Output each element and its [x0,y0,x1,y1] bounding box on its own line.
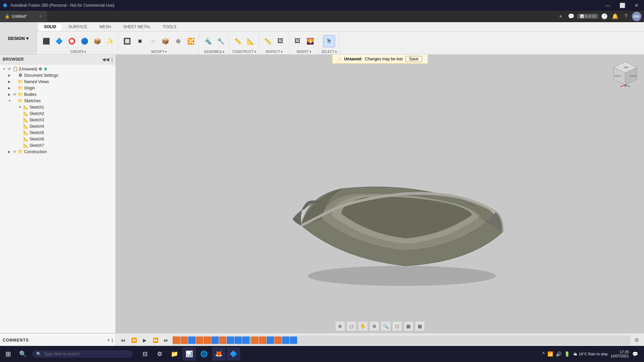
fit-view-button[interactable]: ⊕ [335,321,345,331]
orbit-button[interactable]: ◻ [346,321,357,331]
timeline-item-13[interactable] [274,337,282,344]
revolve-tool[interactable]: ⭕ [66,35,78,47]
app2-icon[interactable]: 🦊 [212,347,225,361]
construct-label[interactable]: CONSTRUCT ▾ [232,50,256,54]
search-input[interactable] [44,352,118,356]
extrude-tool[interactable]: 🔷 [53,35,65,47]
tree-item-sketch6[interactable]: 📐 Sketch6 [0,136,115,142]
tree-item-document-settings[interactable]: ▶ ⚙ Document Settings [0,72,115,78]
step-back-button[interactable]: ⏪ [129,336,139,345]
settings-button[interactable]: ⚙ [632,336,641,345]
joint-tool[interactable]: 🔩 [202,35,214,47]
chevron-icon[interactable]: ^ [542,351,545,357]
comments-pin-icon[interactable]: | [112,338,113,343]
timeline-item-11[interactable] [259,337,266,344]
clock-widget[interactable]: 17:25 12/07/2021 [610,350,629,358]
timeline-item-2[interactable] [188,337,196,344]
app1-icon[interactable]: 📊 [182,347,196,361]
go-to-end-button[interactable]: ⏭ [161,336,171,345]
battery-icon[interactable]: 🔋 [564,351,571,357]
tree-item-sketch4[interactable]: 📐 Sketch4 [0,123,115,129]
chrome-icon[interactable]: 🌐 [197,347,211,361]
look-at-button[interactable]: ⊕ [369,321,379,331]
inspect-label[interactable]: INSPECT ▾ [266,50,282,54]
timeline-item-10[interactable] [251,337,259,344]
add-tab-button[interactable]: + [556,12,565,21]
tree-item-sketches[interactable]: ▾ 📁 Sketches [0,98,115,104]
tree-item-sketch2[interactable]: 📐 Sketch2 [0,110,115,117]
select-label[interactable]: SELECT ▾ [321,50,337,54]
weather-widget[interactable]: 🌥 16°C Rain to stop [573,352,608,356]
save-button[interactable]: Save [406,56,422,62]
tab-solid[interactable]: SOLID [38,23,62,31]
tree-item-sketch1[interactable]: 👁 📐 Sketch1 [0,104,115,110]
timeline-item-5[interactable] [211,337,219,344]
split-body-tool[interactable]: 🔀 [185,35,197,47]
timeline-item-4[interactable] [204,337,211,344]
zoom-button[interactable]: 🔍 [381,321,391,331]
visibility-icon[interactable]: 👁 [17,105,23,110]
tab-surface[interactable]: SURFACE [63,23,93,31]
tree-item-origin[interactable]: ▶ 📁 Origin [0,85,115,91]
visibility-icon[interactable]: 👁 [12,92,17,97]
clock-button[interactable]: 🕐 [600,12,609,21]
tree-item-sketch3[interactable]: 📐 Sketch3 [0,117,115,123]
tree-item-unsaved[interactable]: ▾ 👁 📋 (Unsaved) ⚙ [0,66,115,72]
new-component-tool[interactable]: ⬛ [40,35,52,47]
timeline-item-0[interactable] [173,337,180,344]
taskview-button[interactable]: 🔍 [16,347,30,361]
taskview-icon[interactable]: ⊟ [138,347,152,361]
visibility-icon[interactable]: 👁 [12,149,17,154]
notifications-button[interactable]: 🔔 [610,12,620,21]
help-button[interactable]: ? [621,12,631,21]
mirror-tool[interactable]: ✨ [104,35,116,47]
explorer-icon[interactable]: 📁 [168,347,181,361]
measure-tool[interactable]: 📏 [262,35,274,47]
create-label[interactable]: CREATE ▾ [70,50,86,54]
play-button[interactable]: ▶ [140,336,149,345]
maximize-button[interactable]: ⬜ [617,2,628,9]
insert-label[interactable]: INSERT ▾ [297,50,311,54]
visibility-icon[interactable]: 👁 [7,67,12,71]
fusion-icon[interactable]: 🔷 [227,347,240,361]
document-tab[interactable]: 🔒 Untitled* ✕ [0,11,47,22]
close-button[interactable]: ✕ [632,2,641,9]
tree-item-bodies[interactable]: ▶ 👁 📁 Bodies [0,91,115,98]
viewport[interactable]: ⚠ Unsaved: Changes may be lost Save [116,55,644,333]
step-forward-button[interactable]: ⏩ [151,336,160,345]
view-cube[interactable]: TOP FRONT RIGHT [612,60,639,87]
assemble-label[interactable]: ASSEMBLE ▾ [204,50,225,54]
tree-item-named-views[interactable]: ▶ 📁 Named Views [0,78,115,85]
scale-tool[interactable]: ⊕ [172,35,184,47]
sweep-tool[interactable]: 🔵 [78,35,91,47]
notifications-icon[interactable]: 💬 [632,351,639,357]
tab-close-icon[interactable]: ✕ [39,14,42,18]
grid-button[interactable]: ▦ [404,321,414,331]
modify-label[interactable]: MODIFY ▾ [151,50,167,54]
loft-tool[interactable]: 📦 [91,35,103,47]
display-mode-button[interactable]: ◻ [392,321,402,331]
timeline-item-12[interactable] [267,337,274,344]
midplane-tool[interactable]: 📐 [245,35,257,47]
shell-tool[interactable]: 📦 [159,35,171,47]
go-to-start-button[interactable]: ⏮ [118,336,128,345]
tree-item-construction[interactable]: ▶ 👁 📁 Construction [0,148,115,155]
browser-pin-icon[interactable]: | [111,57,113,62]
gear-icon[interactable]: ⚙ [39,67,42,71]
tree-item-sketch5[interactable]: 📐 Sketch5 [0,129,115,136]
tab-mesh[interactable]: MESH [94,23,117,31]
timeline-item-7[interactable] [227,337,234,344]
comments-add-icon[interactable]: + [107,338,110,343]
design-button[interactable]: DESIGN ▾ [0,22,37,54]
network-icon[interactable]: 📶 [547,351,554,357]
user-avatar[interactable]: KH [632,12,641,21]
insert-canvas-tool[interactable]: 🖼 [291,35,304,47]
tab-sheet-metal[interactable]: SHEET METAL [117,23,156,31]
as-built-joint-tool[interactable]: 🔧 [215,35,227,47]
chamfer-tool[interactable]: ◽ [147,35,159,47]
offset-plane-tool[interactable]: 📏 [232,35,244,47]
timeline-item-1[interactable] [180,337,188,344]
timeline-item-3[interactable] [196,337,203,344]
tree-item-sketch7[interactable]: 📐 Sketch7 [0,142,115,148]
timeline-area[interactable] [172,336,631,345]
